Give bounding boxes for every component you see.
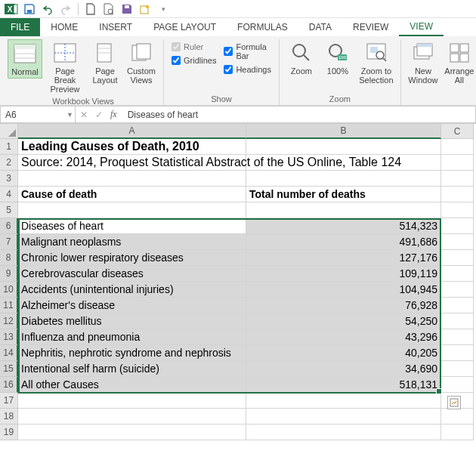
new-file-icon[interactable]: [82, 1, 99, 17]
ribbon-tabs: FILE HOME INSERT PAGE LAYOUT FORMULAS DA…: [0, 18, 476, 36]
row-3: 3: [0, 171, 476, 187]
cell-b4[interactable]: Total number of deaths: [246, 187, 441, 202]
custom-views-label: Custom Views: [127, 66, 156, 85]
col-header-a[interactable]: A: [18, 124, 246, 139]
save-purple-icon[interactable]: [119, 1, 135, 17]
arrange-all-button[interactable]: Arrange All: [442, 39, 476, 86]
tab-file[interactable]: FILE: [0, 18, 40, 36]
new-window-button[interactable]: New Window: [406, 39, 440, 86]
svg-rect-32: [460, 54, 468, 62]
formula-input-value: Diseases of heart: [128, 110, 198, 120]
page-layout-label: Page Layout: [92, 66, 117, 85]
row-6: 6Diseases of heart514,323: [0, 218, 476, 234]
svg-rect-29: [450, 44, 459, 52]
save-icon[interactable]: [21, 1, 38, 17]
row-5: 5: [0, 202, 476, 218]
name-box-value: A6: [5, 110, 17, 120]
page-layout-icon: [93, 41, 117, 65]
row-15: 15Intentional self harm (suicide)34,690: [0, 361, 476, 377]
enter-icon[interactable]: ✓: [95, 110, 103, 120]
tab-page-layout[interactable]: PAGE LAYOUT: [143, 18, 227, 36]
svg-text:X: X: [8, 5, 13, 14]
arrange-all-icon: [447, 41, 471, 65]
cell-a2[interactable]: Source: 2014, Proquest Statistical Abstr…: [18, 155, 246, 171]
zoom-selection-icon: [364, 41, 388, 65]
tab-data[interactable]: DATA: [298, 18, 342, 36]
page-layout-button[interactable]: Page Layout: [88, 39, 122, 86]
tab-review[interactable]: REVIEW: [342, 18, 399, 36]
svg-rect-24: [370, 47, 378, 53]
select-all-corner[interactable]: [0, 124, 18, 139]
print-preview-icon[interactable]: [100, 1, 117, 17]
zoom-to-selection-button[interactable]: Zoom to Selection: [357, 39, 396, 86]
cell-a6[interactable]: Diseases of heart: [18, 218, 246, 234]
ruler-checkbox[interactable]: Ruler: [172, 42, 216, 51]
zoom-button[interactable]: Zoom: [284, 39, 319, 77]
row-2: 2Source: 2014, Proquest Statistical Abst…: [0, 155, 476, 171]
svg-rect-2: [14, 5, 17, 14]
svg-rect-5: [125, 5, 129, 8]
page-break-preview-button[interactable]: Page Break Preview: [44, 39, 86, 95]
normal-label: Normal: [11, 67, 38, 76]
show-col2: Formula Bar Headings: [221, 39, 274, 77]
zoom-100-button[interactable]: 100 100%: [320, 39, 355, 77]
tab-home[interactable]: HOME: [40, 18, 88, 36]
svg-rect-3: [27, 10, 32, 13]
zoom-icon: [289, 41, 314, 65]
new-window-icon: [411, 41, 435, 65]
formula-bar-checkbox[interactable]: Formula Bar: [224, 42, 270, 60]
formula-bar: A6 ▼ ✕ ✓ fx Diseases of heart: [0, 106, 476, 124]
quick-analysis-icon[interactable]: [447, 396, 461, 409]
cell-a4[interactable]: Cause of death: [18, 187, 246, 202]
fx-buttons: ✕ ✓ fx: [76, 106, 122, 123]
row-11: 11Alzheimer's disease76,928: [0, 298, 476, 313]
col-header-b[interactable]: B: [246, 124, 441, 139]
ribbon: Normal Page Break Preview Page Layout Cu…: [0, 36, 476, 106]
tab-insert[interactable]: INSERT: [88, 18, 143, 36]
cell-b1[interactable]: [246, 139, 441, 155]
custom-views-button[interactable]: Custom Views: [124, 39, 159, 86]
undo-icon[interactable]: [39, 1, 56, 17]
group-label: Zoom: [284, 93, 396, 105]
formula-input[interactable]: Diseases of heart: [122, 106, 476, 123]
fx-icon[interactable]: fx: [110, 109, 117, 120]
cell-a1[interactable]: Leading Causes of Death, 2010: [18, 139, 246, 155]
zoom-100-icon: 100: [326, 41, 350, 65]
worksheet-grid: A B C 1Leading Causes of Death, 2010 2So…: [0, 124, 476, 440]
row-14: 14Nephritis, nephrotic syndrome and neph…: [0, 345, 476, 361]
excel-icon[interactable]: X: [3, 1, 20, 17]
cell-b6[interactable]: 514,323: [246, 218, 441, 234]
row-17: 17: [0, 393, 476, 409]
quick-access-toolbar: X ▾: [0, 0, 476, 18]
headings-checkbox[interactable]: Headings: [224, 65, 270, 74]
new-sparkle-icon[interactable]: [137, 1, 153, 17]
svg-rect-8: [14, 45, 36, 49]
row-19: 19: [0, 424, 476, 440]
row-12: 12Diabetes mellitus54,250: [0, 313, 476, 329]
row-16: 16All other Causes518,131: [0, 377, 476, 393]
custom-views-icon: [129, 41, 153, 65]
redo-icon[interactable]: [57, 1, 74, 17]
normal-view-button[interactable]: Normal: [8, 39, 42, 79]
svg-point-19: [293, 45, 305, 57]
col-header-c[interactable]: C: [441, 124, 474, 139]
group-show: Ruler Gridlines Formula Bar Headings Sho…: [164, 39, 280, 105]
qat-customize-icon[interactable]: ▾: [155, 1, 172, 17]
row-8: 8Chronic lower respiratory diseases127,1…: [0, 250, 476, 266]
svg-rect-18: [137, 44, 150, 59]
normal-view-icon: [13, 42, 37, 66]
cancel-icon[interactable]: ✕: [80, 110, 88, 120]
group-label: Show: [168, 93, 274, 105]
tab-view[interactable]: VIEW: [399, 18, 444, 36]
tab-formulas[interactable]: FORMULAS: [227, 18, 298, 36]
rows: 1Leading Causes of Death, 2010 2Source: …: [0, 139, 476, 440]
name-box[interactable]: A6 ▼: [0, 106, 76, 123]
row-10: 10Accidents (unintentional injuries)104,…: [0, 282, 476, 298]
page-break-icon: [53, 41, 77, 65]
row-7: 7Malignant neoplasms491,686: [0, 234, 476, 250]
row-13: 13Influenza and pneumonia43,296: [0, 329, 476, 345]
page-break-label: Page Break Preview: [45, 66, 85, 94]
svg-rect-31: [450, 54, 459, 62]
gridlines-checkbox[interactable]: Gridlines: [172, 56, 216, 65]
chevron-down-icon[interactable]: ▼: [66, 111, 73, 119]
